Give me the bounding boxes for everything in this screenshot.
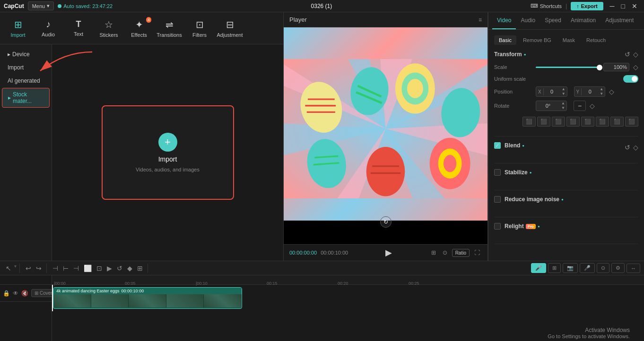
blend-reset-button[interactable]: ↺ <box>625 144 630 151</box>
transform-keyframe-button[interactable]: ◇ <box>633 51 638 58</box>
tl-select-button[interactable]: ↖ <box>4 264 13 273</box>
position-y-down[interactable]: ▼ <box>598 92 605 96</box>
align-bottom-button[interactable]: ⬛ <box>596 117 609 127</box>
menu-button[interactable]: Menu ▾ <box>28 1 54 10</box>
sidebar-item-ai-generated[interactable]: AI generated <box>2 75 50 87</box>
tl-lock-button[interactable]: 🔒 <box>3 290 10 297</box>
play-button[interactable]: ▶ <box>385 247 392 258</box>
position-y-input[interactable] <box>582 88 598 95</box>
align-left-button[interactable]: ⬛ <box>522 117 536 127</box>
tl-audio-track-button[interactable]: 🎤 <box>531 263 546 273</box>
tab-speed[interactable]: Speed <box>540 12 566 29</box>
tl-split-button[interactable]: ⊣ <box>51 264 60 273</box>
tab-video[interactable]: Video <box>492 12 516 29</box>
stabilize-checkbox-row: Stabilize ● <box>494 169 532 176</box>
position-x-down[interactable]: ▼ <box>560 92 567 96</box>
tl-marker-button[interactable]: ◆ <box>125 264 134 273</box>
tl-delete-button[interactable]: ⬜ <box>82 264 94 273</box>
toolbar-text[interactable]: T Text <box>64 15 93 42</box>
tl-add-track-button[interactable]: ⊞ <box>548 263 561 273</box>
ratio-button[interactable]: Ratio <box>452 249 470 257</box>
thumb-seg-5 <box>204 294 242 307</box>
tl-settings-timeline-button[interactable]: ⚙ <box>611 263 625 273</box>
fullscreen-button[interactable]: ⛶ <box>472 248 482 257</box>
align-v-distribute-button[interactable]: ⬛ <box>625 117 638 127</box>
sidebar-stock-label: Stock mater... <box>13 91 44 104</box>
toolbar-adjustment[interactable]: ⊟ Adjustment <box>216 15 244 42</box>
import-drop-zone[interactable]: + Import Videos, audios, and images <box>102 105 234 200</box>
tl-loop-button[interactable]: ↺ <box>115 264 124 273</box>
shortcuts-button[interactable]: ⌨ Shortcuts <box>531 3 562 9</box>
easter-egg-scene <box>284 27 487 230</box>
sub-tab-remove-bg[interactable]: Remove BG <box>518 35 556 45</box>
sub-tab-retouch[interactable]: Retouch <box>582 35 610 45</box>
position-y-up[interactable]: ▲ <box>598 87 605 92</box>
grid-view-button[interactable]: ⊞ <box>429 248 438 257</box>
tl-trim-left-button[interactable]: ⊣ <box>71 264 81 273</box>
toolbar-filters[interactable]: ⊡ Filters <box>185 15 214 42</box>
rotate-up[interactable]: ▲ <box>560 101 566 106</box>
blend-keyframe-button[interactable]: ◇ <box>633 144 638 151</box>
position-x-input[interactable] <box>544 88 560 95</box>
export-button[interactable]: ↑ Export <box>571 2 603 10</box>
tl-crop-button[interactable]: ⊞ <box>135 264 145 273</box>
sub-tab-mask[interactable]: Mask <box>558 35 580 45</box>
scale-input[interactable] <box>603 63 629 71</box>
tl-playback-button[interactable]: ▶ <box>105 264 114 273</box>
reduce-noise-checkbox[interactable] <box>494 196 501 203</box>
relight-title: Relight Pro ● <box>505 223 540 230</box>
sidebar-item-device[interactable]: ▸ Device <box>2 48 50 60</box>
blend-checkbox[interactable]: ✓ <box>494 142 501 149</box>
tl-undo-button[interactable]: ↩ <box>24 264 33 273</box>
maximize-button[interactable]: □ <box>618 1 628 11</box>
position-keyframe-button[interactable]: ◇ <box>609 88 614 95</box>
tl-clip[interactable]: 4k animated dancing Easter eggs 00:00:10… <box>53 287 242 309</box>
scale-keyframe-button[interactable]: ◇ <box>633 63 638 71</box>
stabilize-checkbox[interactable] <box>494 169 501 176</box>
close-button[interactable]: ✕ <box>629 1 640 11</box>
position-x-up[interactable]: ▲ <box>560 87 567 92</box>
rotate-keyframe-button[interactable]: ◇ <box>590 102 595 110</box>
player-menu-icon[interactable]: ≡ <box>479 17 482 23</box>
player-controls: 00:00:00:00 00:00:10:00 ▶ ⊞ ⊙ Ratio ⛶ <box>284 244 487 261</box>
tl-visibility-button[interactable]: 👁 <box>13 290 18 297</box>
rotate-down[interactable]: ▼ <box>560 106 566 111</box>
transform-reset-button[interactable]: ↺ <box>625 51 630 58</box>
tl-voice-button[interactable]: 🎤 <box>580 263 595 273</box>
toolbar-stickers[interactable]: ☆ Stickers <box>95 15 123 42</box>
uniform-scale-toggle[interactable] <box>623 75 638 83</box>
tl-freeze-button[interactable]: ⊡ <box>95 264 104 273</box>
sidebar-item-stock-material[interactable]: ▸ Stock mater... <box>2 88 50 108</box>
tl-sticker-timeline-button[interactable]: ⊙ <box>597 263 609 273</box>
toolbar-audio[interactable]: ♪ Audio <box>34 15 62 42</box>
scale-slider-thumb[interactable] <box>597 65 602 70</box>
tab-audio[interactable]: Audio <box>516 12 540 29</box>
tl-camera-button[interactable]: 📷 <box>563 263 578 273</box>
sidebar-item-import[interactable]: Import <box>2 61 50 74</box>
tl-track: 4k animated dancing Easter eggs 00:00:10… <box>52 285 644 311</box>
tl-mute-button[interactable]: 🔇 <box>21 290 28 297</box>
toolbar-effects[interactable]: ✦ Effects 4 <box>125 15 153 42</box>
align-right-button[interactable]: ⬛ <box>552 117 565 127</box>
align-center-v-button[interactable]: ⬛ <box>581 117 594 127</box>
rotate-video-button[interactable]: ↻ <box>380 216 392 228</box>
align-center-h-button[interactable]: ⬛ <box>537 117 550 127</box>
thumb-seg-3 <box>129 294 166 307</box>
tl-trim-right-button[interactable]: ⊢ <box>61 264 70 273</box>
relight-checkbox[interactable] <box>494 223 501 230</box>
rotate-minus-button[interactable]: − <box>574 101 586 111</box>
minimize-button[interactable]: ─ <box>607 1 618 11</box>
tl-redo-button[interactable]: ↪ <box>34 264 44 273</box>
tl-fit-button[interactable]: ↔ <box>627 264 640 273</box>
rotate-icon: ↻ <box>383 219 388 225</box>
tab-animation[interactable]: Animation <box>566 12 600 29</box>
tab-adjustment[interactable]: Adjustment <box>600 12 638 29</box>
rotate-input[interactable] <box>536 102 560 110</box>
sub-tab-basic[interactable]: Basic <box>494 35 516 45</box>
align-top-button[interactable]: ⬛ <box>566 117 580 127</box>
toolbar-import[interactable]: ⊞ Import <box>4 15 32 42</box>
align-h-distribute-button[interactable]: ⬛ <box>610 117 624 127</box>
scale-slider[interactable] <box>536 67 600 68</box>
toolbar-transitions[interactable]: ⇌ Transitions <box>155 15 183 42</box>
player-settings-button[interactable]: ⊙ <box>441 248 449 257</box>
